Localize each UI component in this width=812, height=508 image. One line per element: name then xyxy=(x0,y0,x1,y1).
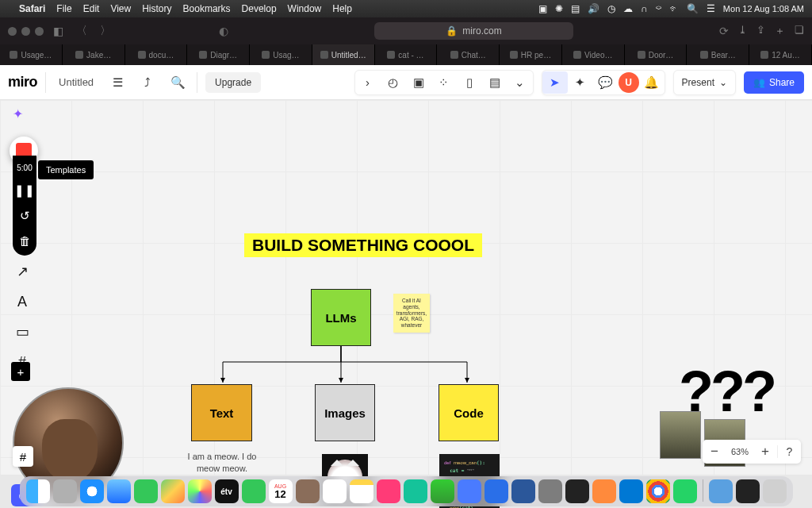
sidebar-icon[interactable]: ◧ xyxy=(50,25,67,37)
menu-help[interactable]: Help xyxy=(332,3,352,14)
minimize-window-icon[interactable] xyxy=(21,27,30,36)
chevron-right-icon[interactable]: › xyxy=(355,71,381,94)
zoom-window-icon[interactable] xyxy=(35,27,44,36)
dock-word-icon[interactable] xyxy=(511,479,535,503)
dock-notes-icon[interactable] xyxy=(350,479,373,503)
present-dropdown[interactable]: Present⌄ xyxy=(673,70,736,95)
menu-window[interactable]: Window xyxy=(288,3,322,14)
dock-folder-icon[interactable] xyxy=(709,479,733,503)
tab-0[interactable]: Usage… xyxy=(0,44,63,65)
shield-icon[interactable]: ◐ xyxy=(216,25,232,37)
dock-whatsapp-icon[interactable] xyxy=(673,479,697,503)
menu-develop[interactable]: Develop xyxy=(242,3,277,14)
zoom-value[interactable]: 63% xyxy=(726,447,753,456)
forward-button[interactable]: 〉 xyxy=(97,24,114,38)
focus-icon[interactable]: ⁘ xyxy=(431,71,457,94)
tab-1[interactable]: Jake… xyxy=(63,44,125,65)
dock-safari-icon[interactable] xyxy=(80,479,104,503)
dock-appstore-icon[interactable] xyxy=(485,479,508,503)
pause-icon[interactable]: ❚❚ xyxy=(14,183,35,198)
share-button[interactable]: 👥 Share xyxy=(744,71,804,94)
address-bar[interactable]: 🔒 miro.com xyxy=(374,22,573,40)
dock-app-icon[interactable] xyxy=(53,479,77,503)
thumbnail[interactable] xyxy=(660,411,701,459)
dock-calendar-icon[interactable]: AUG12 xyxy=(269,479,293,503)
dock-numbers-icon[interactable] xyxy=(431,479,454,503)
add-tool-button[interactable]: + xyxy=(11,362,30,381)
tab-12[interactable]: 12 Au… xyxy=(749,44,812,65)
diagram-title[interactable]: BUILD SOMETHING COOOL xyxy=(244,233,482,257)
tabs-icon[interactable]: ❏ xyxy=(795,24,804,38)
node-images[interactable]: Images xyxy=(315,384,375,441)
dock-trash-icon[interactable] xyxy=(763,479,787,503)
search-icon[interactable]: 🔍 xyxy=(167,71,189,94)
share-icon[interactable]: ⇪ xyxy=(756,24,765,38)
tab-7[interactable]: Chat… xyxy=(437,44,500,65)
tab-4[interactable]: Usag… xyxy=(250,44,312,65)
cursor-icon[interactable]: ➤ xyxy=(542,71,568,94)
dock-app-icon[interactable] xyxy=(404,479,427,503)
list-icon[interactable]: ▤ xyxy=(571,3,580,14)
menu-bookmarks[interactable]: Bookmarks xyxy=(183,3,231,14)
tab-8[interactable]: HR pe… xyxy=(500,44,562,65)
dock-mail-icon[interactable] xyxy=(107,479,131,503)
screen-icon[interactable]: ▣ xyxy=(406,71,431,94)
new-tab-icon[interactable]: ＋ xyxy=(775,24,785,38)
node-text[interactable]: Text xyxy=(191,384,252,441)
reload-button[interactable]: ⟳ xyxy=(716,25,732,37)
cast-icon[interactable]: ▣ xyxy=(538,3,547,14)
tab-6[interactable]: cat - … xyxy=(375,44,438,65)
more-icon[interactable]: ⌄ xyxy=(508,71,533,94)
dock-tv-icon[interactable]: étv xyxy=(215,479,239,503)
timer-icon[interactable]: ◴ xyxy=(381,71,406,94)
cloud-icon[interactable]: ☁ xyxy=(623,3,633,14)
dock-prefs-icon[interactable] xyxy=(538,479,562,503)
user-avatar[interactable]: U xyxy=(619,72,639,93)
pen-tool-icon[interactable]: A xyxy=(13,292,32,311)
dock-photos-icon[interactable] xyxy=(188,479,212,503)
headset-icon[interactable]: ∩ xyxy=(641,3,648,14)
dock-contacts-icon[interactable] xyxy=(296,479,320,503)
close-window-icon[interactable] xyxy=(8,27,17,36)
wifi-icon[interactable]: ᯤ xyxy=(669,3,679,14)
comment-tool-icon[interactable]: ▭ xyxy=(13,322,32,341)
board-title[interactable]: Untitled xyxy=(54,76,98,88)
tab-10[interactable]: Door… xyxy=(625,44,688,65)
sticky-note[interactable]: Call it AI agents, transformers, AGI, RA… xyxy=(393,294,430,333)
menu-history[interactable]: History xyxy=(142,3,171,14)
arrow-tool-icon[interactable]: ↗ xyxy=(13,262,32,281)
dock-rave-icon[interactable] xyxy=(565,479,589,503)
dock-music-icon[interactable] xyxy=(377,479,400,503)
dock-finder-icon[interactable] xyxy=(26,479,50,503)
upgrade-button[interactable]: Upgrade xyxy=(205,72,261,93)
tab-2[interactable]: docu… xyxy=(125,44,188,65)
zoom-in-button[interactable]: + xyxy=(753,444,777,460)
ai-sparkle-icon[interactable]: ✦ xyxy=(13,106,23,121)
dock-reminders-icon[interactable] xyxy=(323,479,347,503)
bell-icon[interactable]: 🔔 xyxy=(639,71,665,94)
tab-9[interactable]: Video… xyxy=(562,44,625,65)
hamburger-icon[interactable]: ☰ xyxy=(106,71,128,94)
tab-3[interactable]: Diagr… xyxy=(187,44,250,65)
zoom-out-button[interactable]: − xyxy=(703,444,726,460)
notes-icon[interactable]: ▤ xyxy=(482,71,508,94)
restart-icon[interactable]: ↺ xyxy=(20,209,30,223)
text-caption[interactable]: I am a meow. I do meow meow. xyxy=(182,451,262,475)
dock-terminal-icon[interactable] xyxy=(736,479,760,503)
dock-vscode-icon[interactable] xyxy=(619,479,643,503)
window-controls[interactable] xyxy=(8,27,44,36)
back-button[interactable]: 〈 xyxy=(73,24,90,38)
download-icon[interactable]: ⤓ xyxy=(738,24,747,38)
reactions-icon[interactable]: ✦ xyxy=(568,71,593,94)
tab-5[interactable]: Untitled… xyxy=(312,44,375,65)
dock-maps-icon[interactable] xyxy=(161,479,185,503)
dock-keynote-icon[interactable] xyxy=(458,479,481,503)
dock-chrome-icon[interactable] xyxy=(646,479,670,503)
tab-11[interactable]: Bear… xyxy=(687,44,749,65)
menu-file[interactable]: File xyxy=(56,3,71,14)
settings-icon[interactable]: ✺ xyxy=(555,3,563,14)
trash-icon[interactable]: 🗑 xyxy=(19,234,31,248)
fit-view-button[interactable]: # xyxy=(13,446,33,467)
dock-app-icon[interactable] xyxy=(592,479,616,503)
volume-icon[interactable]: 🔊 xyxy=(588,3,599,14)
